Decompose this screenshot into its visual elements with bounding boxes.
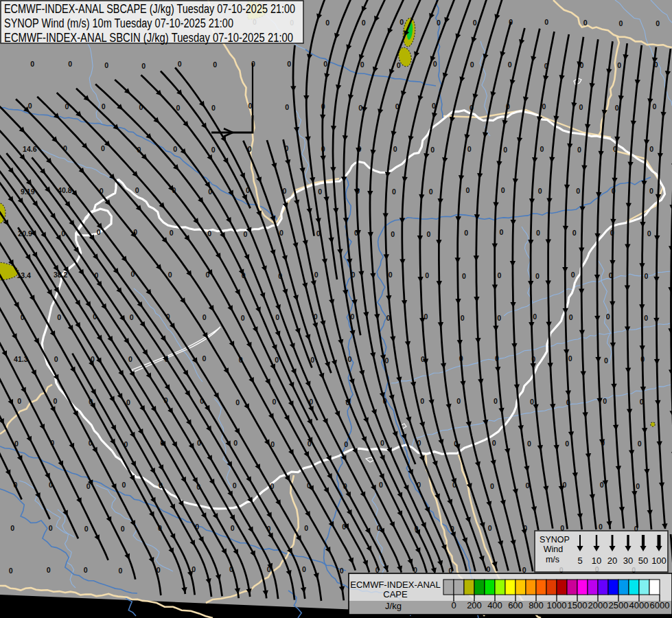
svg-text:m/s: m/s bbox=[546, 555, 559, 564]
svg-text:0: 0 bbox=[379, 481, 383, 489]
svg-text:ECMWF-INDEX-ANAL SBCIN (J/kg): ECMWF-INDEX-ANAL SBCIN (J/kg) Tuesday 07… bbox=[4, 31, 293, 45]
svg-text:0: 0 bbox=[494, 397, 498, 405]
svg-text:0: 0 bbox=[358, 104, 362, 112]
svg-text:200: 200 bbox=[467, 600, 482, 610]
svg-text:0: 0 bbox=[347, 355, 351, 363]
svg-text:0: 0 bbox=[393, 145, 397, 153]
svg-text:0: 0 bbox=[173, 145, 177, 153]
svg-text:0: 0 bbox=[391, 230, 395, 238]
svg-text:Wind: Wind bbox=[544, 545, 564, 554]
svg-text:2000: 2000 bbox=[588, 600, 608, 610]
svg-text:0: 0 bbox=[568, 354, 572, 363]
svg-text:0: 0 bbox=[101, 144, 105, 152]
svg-text:0: 0 bbox=[207, 229, 211, 238]
svg-text:0: 0 bbox=[392, 187, 396, 196]
svg-text:0: 0 bbox=[17, 397, 21, 405]
svg-text:0: 0 bbox=[233, 481, 237, 490]
svg-text:0: 0 bbox=[488, 524, 492, 532]
svg-text:0: 0 bbox=[615, 104, 619, 112]
svg-text:800: 800 bbox=[529, 600, 544, 610]
svg-text:0: 0 bbox=[211, 146, 216, 154]
svg-text:400: 400 bbox=[487, 600, 502, 610]
svg-text:0: 0 bbox=[644, 272, 648, 280]
svg-text:0: 0 bbox=[572, 229, 577, 237]
svg-text:0: 0 bbox=[649, 187, 653, 195]
svg-text:0: 0 bbox=[430, 146, 435, 154]
svg-text:0: 0 bbox=[583, 19, 588, 27]
svg-text:0: 0 bbox=[323, 60, 327, 68]
svg-text:0: 0 bbox=[287, 60, 291, 68]
svg-text:0: 0 bbox=[49, 524, 53, 532]
svg-text:0: 0 bbox=[497, 314, 501, 322]
svg-text:0: 0 bbox=[104, 61, 108, 69]
svg-text:0: 0 bbox=[97, 228, 101, 236]
svg-text:0: 0 bbox=[470, 60, 474, 69]
svg-text:0: 0 bbox=[314, 271, 318, 279]
svg-text:0: 0 bbox=[304, 524, 308, 532]
svg-text:4000: 4000 bbox=[629, 600, 649, 610]
svg-text:0: 0 bbox=[54, 355, 58, 363]
svg-text:0: 0 bbox=[202, 313, 207, 321]
svg-text:0: 0 bbox=[429, 187, 433, 196]
svg-text:0: 0 bbox=[437, 19, 441, 27]
svg-text:0: 0 bbox=[302, 565, 306, 573]
svg-text:ECMWF-INDEX-ANAL SBCAPE (J/kg): ECMWF-INDEX-ANAL SBCAPE (J/kg) Tuesday 0… bbox=[4, 2, 295, 16]
svg-text:0: 0 bbox=[130, 313, 134, 321]
svg-text:0: 0 bbox=[644, 314, 648, 322]
svg-text:0: 0 bbox=[397, 61, 401, 69]
svg-text:0: 0 bbox=[499, 228, 503, 236]
svg-text:0: 0 bbox=[202, 354, 206, 363]
svg-text:0: 0 bbox=[492, 439, 496, 447]
svg-text:0: 0 bbox=[565, 439, 569, 448]
svg-text:0: 0 bbox=[619, 19, 623, 27]
svg-text:0: 0 bbox=[235, 398, 240, 407]
svg-text:0: 0 bbox=[68, 60, 72, 68]
svg-text:0: 0 bbox=[84, 525, 89, 533]
svg-text:CAPE: CAPE bbox=[383, 589, 408, 599]
svg-text:10: 10 bbox=[592, 556, 601, 566]
svg-text:1500: 1500 bbox=[568, 600, 588, 610]
svg-text:0: 0 bbox=[603, 397, 607, 405]
svg-text:1000: 1000 bbox=[547, 600, 567, 610]
svg-text:0: 0 bbox=[318, 187, 322, 196]
svg-text:SYNOP: SYNOP bbox=[540, 535, 570, 545]
svg-text:6000: 6000 bbox=[650, 600, 670, 610]
svg-text:0: 0 bbox=[533, 312, 537, 321]
svg-text:0: 0 bbox=[649, 145, 653, 153]
svg-text:0: 0 bbox=[535, 272, 540, 280]
svg-text:14.6: 14.6 bbox=[23, 145, 37, 153]
svg-text:0: 0 bbox=[577, 146, 581, 154]
svg-text:0: 0 bbox=[503, 146, 507, 154]
svg-text:0: 0 bbox=[9, 566, 13, 575]
svg-text:2500: 2500 bbox=[609, 600, 629, 610]
svg-text:0: 0 bbox=[135, 186, 139, 194]
svg-text:0: 0 bbox=[380, 439, 384, 447]
svg-text:0: 0 bbox=[540, 145, 544, 153]
svg-text:0: 0 bbox=[275, 356, 279, 364]
svg-text:0: 0 bbox=[389, 271, 393, 279]
svg-text:SYNOP Wind (m/s) 10m Tuesday 0: SYNOP Wind (m/s) 10m Tuesday 07-10-2025 … bbox=[4, 16, 233, 30]
svg-text:0: 0 bbox=[527, 439, 531, 448]
svg-text:0: 0 bbox=[522, 566, 526, 574]
svg-text:0: 0 bbox=[569, 313, 573, 321]
svg-text:0: 0 bbox=[243, 230, 247, 238]
svg-text:0: 0 bbox=[462, 272, 466, 280]
svg-text:0: 0 bbox=[420, 397, 424, 405]
svg-text:0: 0 bbox=[10, 524, 14, 532]
svg-text:0: 0 bbox=[501, 186, 505, 194]
svg-text:0: 0 bbox=[599, 523, 603, 531]
svg-text:0: 0 bbox=[28, 102, 32, 110]
svg-text:0: 0 bbox=[498, 271, 502, 279]
svg-text:0: 0 bbox=[241, 314, 245, 322]
svg-text:0: 0 bbox=[30, 60, 34, 68]
svg-text:0: 0 bbox=[53, 397, 57, 405]
svg-text:0: 0 bbox=[451, 600, 456, 610]
svg-text:0: 0 bbox=[178, 60, 182, 68]
svg-text:0: 0 bbox=[121, 525, 125, 533]
svg-text:0: 0 bbox=[57, 313, 61, 321]
svg-text:ECMWF-INDEX-ANAL: ECMWF-INDEX-ANAL bbox=[350, 580, 440, 590]
svg-text:0: 0 bbox=[344, 440, 348, 448]
svg-text:0: 0 bbox=[542, 102, 546, 111]
svg-text:0: 0 bbox=[427, 230, 431, 238]
svg-text:0: 0 bbox=[325, 19, 329, 27]
